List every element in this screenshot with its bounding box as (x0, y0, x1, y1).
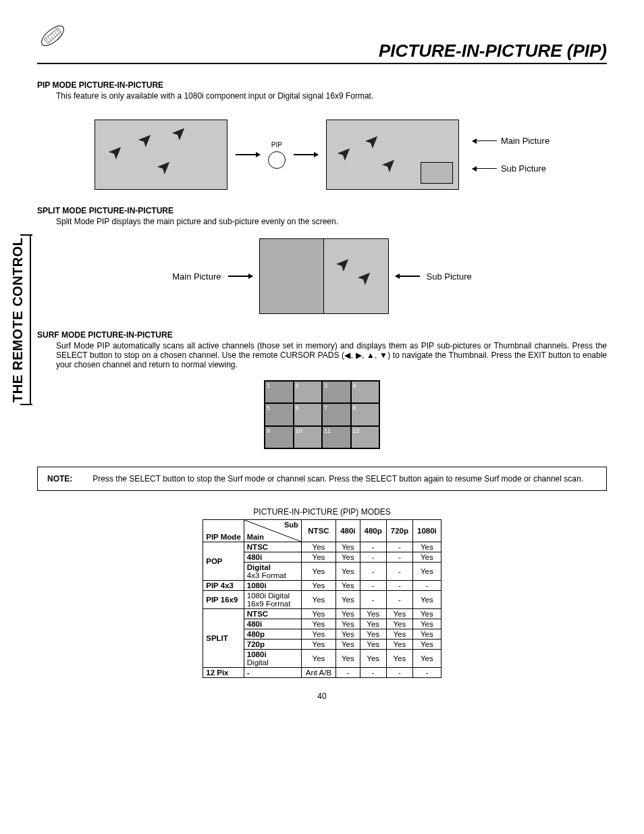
value-cell: Yes (336, 542, 360, 552)
page-number: 40 (37, 678, 607, 701)
svg-point-0 (38, 22, 67, 49)
label-sub-picture: Sub Picture (427, 271, 472, 282)
main-cell: NTSC (244, 542, 301, 552)
value-cell: - (360, 591, 386, 609)
thumbnail-cell: 7 (322, 403, 351, 425)
col-header-mode: PIP Mode (203, 520, 244, 542)
value-cell: Yes (301, 552, 336, 563)
thumbnail-cell: 12 (351, 426, 380, 448)
value-cell: Yes (386, 640, 412, 650)
value-cell: Yes (301, 591, 336, 609)
value-cell: - (386, 581, 412, 591)
value-cell: Yes (412, 542, 441, 552)
value-cell: - (412, 581, 441, 591)
value-cell: Yes (336, 640, 360, 650)
value-cell: Yes (336, 563, 360, 581)
value-cell: - (360, 563, 386, 581)
value-cell: - (360, 542, 386, 552)
value-cell: Yes (336, 650, 360, 668)
svg-line-3 (48, 36, 51, 41)
mode-cell: PIP 4x3 (203, 581, 244, 591)
value-cell: Yes (386, 609, 412, 619)
value-cell: Yes (360, 640, 386, 650)
corner-sub: Sub (284, 521, 298, 529)
label-sub-picture: Sub Picture (501, 163, 546, 174)
value-cell: Yes (360, 629, 386, 640)
section-desc-surf: Surf Mode PIP automatically scans all ac… (56, 341, 607, 369)
label-main-picture: Main Picture (501, 136, 549, 146)
value-cell: - (412, 668, 441, 678)
value-cell: Yes (386, 629, 412, 640)
thumbnail-cell: 5 (265, 403, 294, 425)
value-cell: - (386, 591, 412, 609)
thumbnail-cell: 2 (294, 381, 323, 403)
col-header: 1080i (412, 520, 441, 542)
value-cell: - (386, 552, 412, 563)
screen-after (326, 120, 459, 190)
arrow-right-icon (228, 276, 252, 277)
main-cell: 720p (244, 640, 301, 650)
corner-main: Main (247, 533, 264, 541)
thumbnail-cell: 3 (322, 381, 351, 403)
main-cell: 1080i Digital16x9 Format (244, 591, 301, 609)
main-cell: 480i (244, 552, 301, 563)
value-cell: Yes (412, 650, 441, 668)
thumbnail-cell: 4 (351, 381, 380, 403)
mode-cell: PIP 16x9 (203, 591, 244, 609)
value-cell: Yes (336, 609, 360, 619)
value-cell: Yes (412, 563, 441, 581)
value-cell: - (386, 542, 412, 552)
value-cell: - (360, 552, 386, 563)
pip-modes-table: PIP Mode Sub Main NTSC 480i 480p 720p 10… (203, 519, 441, 678)
mode-cell: SPLIT (203, 609, 244, 668)
value-cell: - (386, 563, 412, 581)
thumbnail-cell: 1 (265, 381, 294, 403)
main-cell: - (244, 668, 301, 678)
value-cell: Yes (336, 581, 360, 591)
thumbnail-cell: 6 (294, 403, 323, 425)
value-cell: Yes (412, 552, 441, 563)
value-cell: Yes (412, 640, 441, 650)
value-cell: Yes (412, 591, 441, 609)
value-cell: Yes (301, 609, 336, 619)
main-cell: 1080i (244, 581, 301, 591)
thumbnail-cell: 9 (265, 426, 294, 448)
main-cell: 480p (244, 629, 301, 640)
main-cell: Digital4x3 Format (244, 563, 301, 581)
value-cell: Yes (360, 609, 386, 619)
main-cell: 1080iDigital (244, 650, 301, 668)
value-cell: - (336, 668, 360, 678)
note-label: NOTE: (47, 474, 72, 484)
mode-cell: POP (203, 542, 244, 581)
value-cell: Yes (412, 619, 441, 629)
leader-line-icon (396, 276, 420, 277)
section-desc-split: Split Mode PIP displays the main picture… (56, 217, 607, 226)
col-header: NTSC (301, 520, 336, 542)
thumbnail-cell: 10 (294, 426, 323, 448)
pip-remote-button: PIP (268, 141, 286, 169)
main-cell: NTSC (244, 609, 301, 619)
value-cell: Yes (412, 609, 441, 619)
value-cell: - (386, 668, 412, 678)
table-caption: PICTURE-IN-PICTURE (PIP) MODES (37, 507, 607, 517)
section-heading-surf: SURF MODE PICTURE-IN-PICTURE (37, 330, 607, 340)
figure-split-mode: Main Picture Sub Picture (37, 238, 607, 314)
value-cell: - (360, 668, 386, 678)
value-cell: Ant A/B (301, 668, 336, 678)
svg-line-5 (52, 33, 55, 37)
brand-logo-icon (37, 20, 68, 53)
label-main-picture: Main Picture (172, 271, 221, 282)
section-heading-pip: PIP MODE PICTURE-IN-PICTURE (37, 80, 607, 90)
value-cell: Yes (336, 552, 360, 563)
col-header: 480i (336, 520, 360, 542)
value-cell: Yes (360, 650, 386, 668)
value-cell: Yes (301, 563, 336, 581)
svg-line-4 (50, 34, 53, 38)
note-text: Press the SELECT button to stop the Surf… (92, 474, 583, 484)
arrow-right-icon (236, 154, 260, 155)
col-header: 720p (386, 520, 412, 542)
value-cell: Yes (301, 640, 336, 650)
value-cell: Yes (386, 619, 412, 629)
value-cell: Yes (336, 619, 360, 629)
value-cell: Yes (336, 591, 360, 609)
